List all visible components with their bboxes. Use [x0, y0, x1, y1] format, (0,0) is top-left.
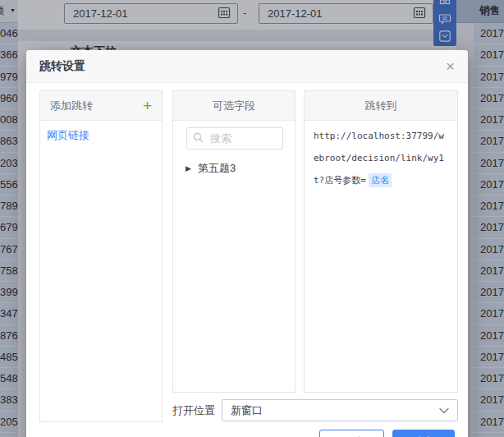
dialog-title: 跳转设置 [39, 59, 85, 74]
chevron-down-icon [439, 404, 449, 416]
add-jump-panel: 添加跳转 + 网页链接 [39, 90, 163, 422]
add-jump-panel-header: 添加跳转 + [40, 91, 162, 121]
tree-item-label: 第五题3 [198, 161, 236, 176]
fields-panel-header: 可选字段 [173, 91, 295, 121]
add-jump-button[interactable]: + [143, 98, 152, 113]
open-location-select[interactable]: 新窗口 [222, 399, 458, 421]
jump-settings-dialog: 跳转设置 × 添加跳转 + 网页链接 可选字段 ▶ 第五题 [26, 50, 468, 437]
jump-target-panel-title: 跳转到 [365, 99, 397, 113]
open-location-label: 打开位置 [172, 403, 215, 418]
jump-target-panel-header: 跳转到 [305, 91, 457, 121]
confirm-button[interactable]: 确定 [392, 430, 455, 437]
target-url-editor[interactable]: http://localhost:37799/webroot/decision/… [305, 121, 457, 196]
close-icon[interactable]: × [446, 58, 455, 74]
fields-panel-title: 可选字段 [213, 99, 255, 113]
web-link-item[interactable]: 网页链接 [40, 121, 162, 150]
fields-panel: 可选字段 ▶ 第五题3 [172, 90, 296, 393]
open-location-row: 打开位置 新窗口 [172, 399, 458, 421]
field-tree-item[interactable]: ▶ 第五题3 [186, 161, 295, 176]
dialog-header: 跳转设置 × [26, 50, 468, 83]
search-input[interactable] [208, 131, 277, 145]
search-icon [193, 131, 204, 146]
add-jump-panel-title: 添加跳转 [50, 99, 93, 113]
jump-target-panel: 跳转到 http://localhost:37799/webroot/decis… [304, 90, 458, 393]
field-search-box[interactable] [186, 127, 283, 150]
param-field-tag[interactable]: 店名 [369, 173, 392, 187]
open-location-value: 新窗口 [231, 403, 263, 418]
dialog-button-row: 取消 确定 [319, 430, 455, 437]
tree-expand-icon[interactable]: ▶ [186, 165, 191, 172]
screen: 频 ▼ 046366979960008863203556789679767758… [0, 0, 504, 437]
cancel-button[interactable]: 取消 [319, 430, 384, 437]
